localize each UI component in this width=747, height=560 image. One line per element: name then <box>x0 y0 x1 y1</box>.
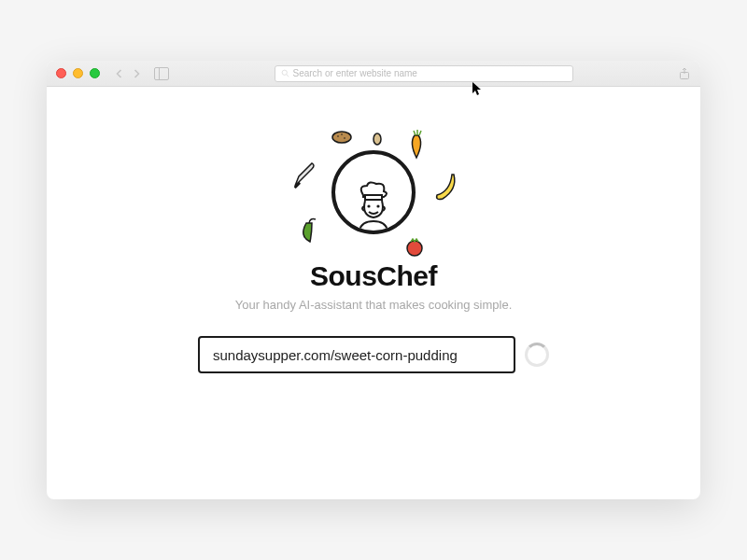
minimize-window-button[interactable] <box>73 68 83 78</box>
url-input-row <box>198 336 549 373</box>
chef-avatar <box>331 150 416 234</box>
share-icon[interactable] <box>678 67 691 80</box>
seed-icon <box>372 132 383 147</box>
traffic-lights <box>56 68 100 78</box>
app-title: SousChef <box>310 260 437 292</box>
knife-icon <box>291 158 323 189</box>
svg-point-11 <box>367 204 370 207</box>
svg-line-1 <box>287 75 289 77</box>
svg-point-5 <box>337 135 339 137</box>
back-button[interactable] <box>113 67 126 80</box>
address-bar-wrap: Search or enter website name <box>176 65 670 82</box>
svg-point-7 <box>341 133 343 135</box>
svg-point-6 <box>344 137 345 139</box>
logo <box>289 132 458 253</box>
banana-icon <box>433 173 459 203</box>
chili-icon <box>301 216 321 244</box>
page-content: SousChef Your handy AI-assistant that ma… <box>47 87 700 373</box>
potato-icon <box>331 130 353 145</box>
svg-point-4 <box>332 132 351 143</box>
sidebar-toggle-icon[interactable] <box>154 67 169 80</box>
svg-rect-10 <box>365 195 382 200</box>
title-bar: Search or enter website name <box>47 61 700 87</box>
close-window-button[interactable] <box>56 68 66 78</box>
svg-point-8 <box>374 133 381 145</box>
tomato-icon <box>403 236 426 257</box>
search-icon <box>281 69 289 77</box>
browser-window: Search or enter website name <box>47 61 700 499</box>
address-bar[interactable]: Search or enter website name <box>275 65 573 82</box>
forward-button[interactable] <box>130 67 143 80</box>
svg-point-12 <box>376 204 379 207</box>
address-placeholder: Search or enter website name <box>293 68 417 78</box>
carrot-icon <box>407 130 428 160</box>
recipe-url-input[interactable] <box>198 336 515 373</box>
tagline: Your handy AI-assistant that makes cooki… <box>235 298 513 312</box>
svg-point-9 <box>407 241 422 256</box>
svg-point-0 <box>282 70 287 75</box>
loading-spinner-icon <box>525 343 549 367</box>
nav-arrows <box>113 67 143 80</box>
maximize-window-button[interactable] <box>90 68 100 78</box>
